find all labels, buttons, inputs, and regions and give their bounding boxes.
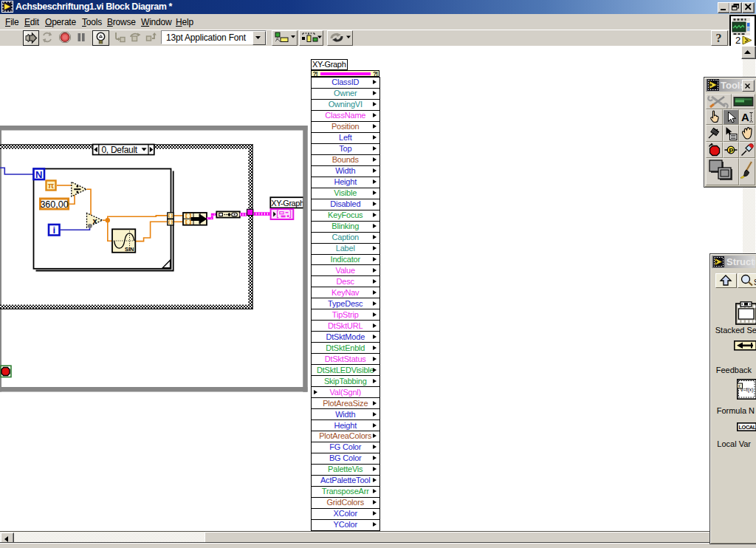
svg-text:A: A	[741, 111, 749, 123]
svg-text:2: 2	[735, 35, 740, 46]
svg-text:SIN: SIN	[125, 246, 134, 253]
svg-text:S: S	[754, 278, 756, 287]
svg-text:π: π	[48, 181, 55, 190]
svg-text:i: i	[52, 225, 55, 236]
svg-text:N: N	[35, 169, 42, 180]
svg-text:P: P	[729, 145, 734, 154]
svg-text:360,00: 360,00	[40, 199, 68, 210]
svg-text:LOCAL: LOCAL	[739, 424, 756, 431]
svg-text:?: ?	[716, 32, 722, 44]
svg-text:x: x	[93, 216, 98, 225]
svg-text:v=f(x): v=f(x)	[740, 387, 754, 393]
svg-text:0, Default: 0, Default	[102, 145, 138, 155]
svg-text:XY-Graph: XY-Graph	[271, 199, 304, 208]
